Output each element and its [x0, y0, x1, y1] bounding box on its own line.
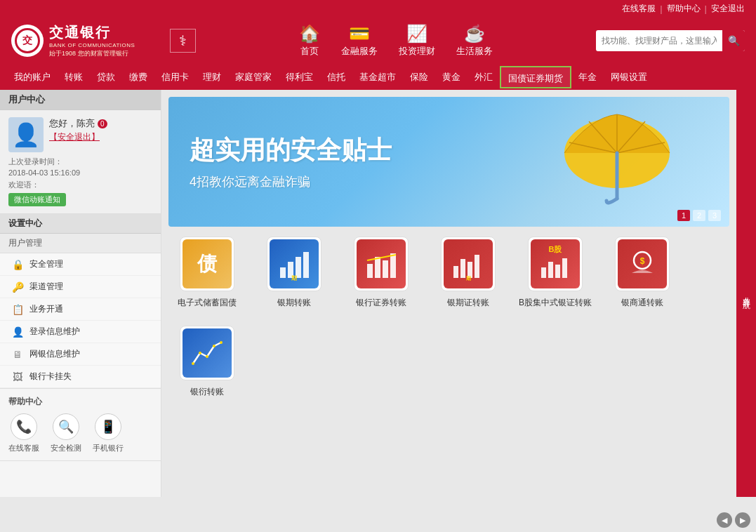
logout-link[interactable]: 安全退出: [711, 3, 745, 15]
menu-item-ebank-info[interactable]: 🖥 网银信息维护: [0, 343, 161, 366]
nav-my-account[interactable]: 我的账户: [7, 65, 58, 90]
help-center-title: 帮助中心: [8, 396, 152, 408]
online-service-link[interactable]: 在线客服: [622, 3, 656, 15]
svg-rect-13: [375, 257, 380, 278]
banner: 超实用的安全贴士 4招教你远离金融诈骗: [168, 97, 729, 227]
menu-item-business[interactable]: 📋 业务开通: [0, 298, 161, 321]
bank-name-cn: 交通银行: [49, 23, 135, 42]
nav-insurance[interactable]: 保险: [403, 65, 435, 90]
nav-loan[interactable]: 贷款: [90, 65, 122, 90]
search-input[interactable]: [596, 36, 722, 46]
svg-text:期: 期: [291, 275, 297, 281]
service-stock-label: 银行证券转账: [356, 297, 406, 309]
wechat-notify-btn[interactable]: 微信动账通知: [8, 193, 66, 206]
banner-title: 超实用的安全贴士: [190, 133, 392, 168]
services-grid: 债 电子式储蓄国债 期 银: [168, 237, 729, 398]
service-period-stock-label: 银期证转账: [447, 297, 489, 309]
svg-point-29: [199, 352, 201, 354]
search-bar: 🔍: [596, 30, 745, 51]
service-derivative[interactable]: 银衍转账: [168, 326, 246, 398]
svg-rect-20: [475, 255, 479, 278]
menu-item-card-loss[interactable]: 🖼 银行卡挂失: [0, 366, 161, 388]
help-center-link[interactable]: 帮助中心: [667, 3, 701, 15]
card-loss-icon: 🖼: [11, 371, 24, 383]
nav-delight[interactable]: 得利宝: [279, 65, 320, 90]
service-futures-label: 银期转账: [277, 297, 311, 309]
banner-dot-1[interactable]: 1: [677, 210, 690, 221]
welcome-label: 欢迎语：: [8, 180, 152, 190]
svg-point-31: [213, 345, 215, 347]
nav-trust[interactable]: 信托: [320, 65, 352, 90]
svg-rect-7: [280, 267, 286, 278]
service-stock[interactable]: 银行证券转账: [343, 237, 420, 309]
nav-forex[interactable]: 外汇: [467, 65, 500, 90]
svg-rect-24: [555, 265, 560, 278]
banner-subtitle: 4招教你远离金融诈骗: [190, 173, 392, 190]
service-b-stock[interactable]: B股 B股集中式银证转账: [517, 237, 594, 309]
service-bond-label: 电子式储蓄国债: [178, 297, 237, 309]
nav-settings[interactable]: 网银设置: [604, 65, 654, 90]
svg-rect-14: [383, 260, 388, 278]
svg-point-30: [206, 355, 208, 358]
service-futures[interactable]: 期 银期转账: [256, 237, 333, 309]
banner-dot-2[interactable]: 2: [693, 210, 705, 221]
mail-badge: 0: [98, 119, 107, 128]
svg-rect-17: [453, 266, 458, 278]
login-info-icon: 👤: [11, 326, 24, 338]
login-time: 2018-04-03 15:16:09: [8, 168, 152, 177]
business-icon: 📋: [11, 304, 24, 315]
ebank-icon: 🖥: [11, 349, 24, 360]
svg-rect-10: [303, 252, 309, 278]
nav-credit[interactable]: 信用卡: [154, 65, 196, 90]
side-nav-label[interactable]: 业务导航: [738, 286, 755, 300]
svg-text:$: $: [640, 256, 645, 266]
user-greeting: 您好，陈亮: [49, 117, 95, 130]
menu-item-channel[interactable]: 🔑 渠道管理: [0, 276, 161, 298]
service-derivative-label: 银衍转账: [190, 386, 224, 398]
menu-item-security[interactable]: 🔒 安全管理: [0, 253, 161, 276]
security-icon: 🔒: [11, 259, 24, 270]
channel-icon: 🔑: [11, 281, 24, 293]
user-center-title: 用户中心: [0, 90, 161, 110]
service-period-stock[interactable]: 期 银期证转账: [430, 237, 507, 309]
svg-rect-12: [367, 264, 373, 278]
service-merchant-label: 银商通转账: [621, 297, 663, 309]
nav-gold[interactable]: 黄金: [435, 65, 467, 90]
bank-logo: 交 交通银行 BANK OF COMMUNICATIONS 始于1908 您的财…: [11, 23, 159, 58]
avatar: 👤: [8, 117, 44, 152]
svg-rect-18: [460, 259, 465, 278]
nav-home[interactable]: 🏠 首页: [299, 24, 320, 58]
nav-fund[interactable]: 基金超市: [352, 65, 403, 90]
svg-rect-25: [562, 258, 567, 278]
menu-item-login-info[interactable]: 👤 登录信息维护: [0, 321, 161, 343]
svg-text:期: 期: [466, 276, 471, 281]
nav-financial[interactable]: 💳 金融服务: [341, 24, 378, 58]
svg-rect-23: [548, 262, 553, 278]
svg-rect-22: [541, 267, 546, 278]
login-time-label: 上次登录时间：: [8, 157, 152, 167]
service-b-stock-label: B股集中式银证转账: [519, 297, 592, 309]
banner-dot-3[interactable]: 3: [708, 210, 721, 221]
user-logout-btn[interactable]: 【安全退出】: [49, 131, 107, 143]
nav-annuity[interactable]: 年金: [571, 65, 604, 90]
svg-point-28: [192, 362, 194, 365]
help-online-service[interactable]: 📞 在线客服: [8, 413, 39, 453]
help-mobile-bank[interactable]: 📱 手机银行: [93, 413, 124, 453]
nav-wealth[interactable]: 理财: [196, 65, 228, 90]
nav-bonds-active[interactable]: 国债证券期货: [500, 66, 571, 88]
nav-life[interactable]: ☕ 生活服务: [456, 24, 493, 58]
bank-name-en: BANK OF COMMUNICATIONS: [49, 42, 135, 48]
nav-payment[interactable]: 缴费: [122, 65, 154, 90]
nav-family[interactable]: 家庭管家: [228, 65, 279, 90]
service-merchant[interactable]: $ 银商通转账: [604, 237, 681, 309]
nav-investment[interactable]: 📈 投资理财: [399, 24, 435, 58]
svg-rect-15: [390, 253, 396, 278]
user-mgmt-label: 用户管理: [0, 234, 161, 253]
nav-transfer[interactable]: 转账: [58, 65, 90, 90]
search-button[interactable]: 🔍: [722, 30, 745, 51]
settings-center-title: 设置中心: [0, 214, 161, 234]
help-security-check[interactable]: 🔍 安全检测: [51, 413, 81, 453]
svg-point-32: [220, 341, 223, 344]
service-bond[interactable]: 债 电子式储蓄国债: [168, 237, 246, 309]
bank-tagline: 始于1908 您的财富管理银行: [49, 49, 135, 58]
